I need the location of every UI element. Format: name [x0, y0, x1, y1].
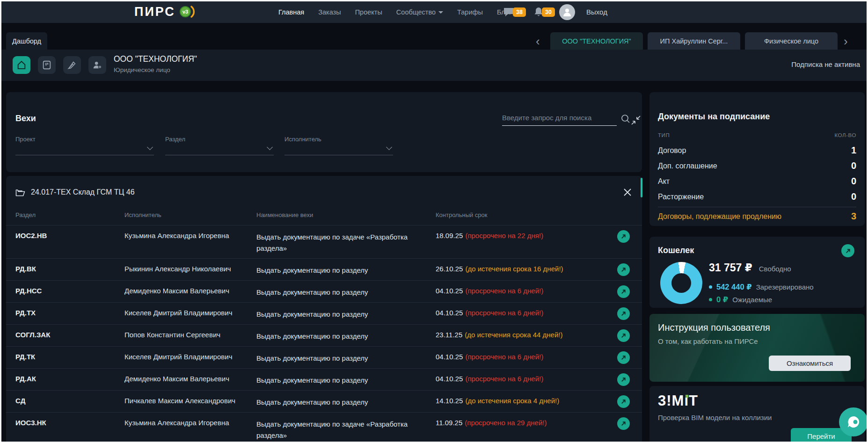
collapse-icon[interactable]: [630, 115, 642, 126]
search-icon[interactable]: [620, 114, 631, 124]
open-milestone-button[interactable]: [617, 285, 630, 298]
company-legal-type: Юридическое лицо: [114, 66, 170, 73]
nav-link[interactable]: Проекты: [355, 8, 382, 16]
filter-select-3[interactable]: Исполнитель: [284, 136, 393, 155]
arrow-up-right-icon: [620, 399, 627, 405]
reserved-dot: [709, 285, 712, 289]
milestone-row[interactable]: РД.НССДемиденко Максим ВалерьевичВыдать …: [6, 281, 642, 303]
open-milestone-button[interactable]: [617, 230, 630, 243]
milestone-row[interactable]: СОГЛ.ЗАКПопов Константин СергеевичВыдать…: [6, 325, 642, 347]
document-type-label: Доп. соглашение: [658, 162, 717, 170]
document-type-count: 3: [851, 211, 856, 222]
wallet-panel: Кошелек 31 757 ₽ Свободно 542 440 ₽ Заре…: [649, 237, 865, 308]
milestone-executor: Кузьмина Александра Игоревна: [124, 232, 256, 254]
org-tab[interactable]: ИП Хайруллин Серг...: [648, 32, 740, 50]
chevron-down-icon[interactable]: [267, 144, 273, 150]
documents-count-header: кол-во: [834, 132, 856, 138]
milestones-title: Вехи: [15, 114, 36, 123]
company-header: ООО "ТЕХНОЛОГИЯ" Юридическое лицо Подпис…: [1, 50, 867, 81]
open-milestone-button[interactable]: [617, 373, 630, 386]
filter-select-1[interactable]: Проект: [15, 136, 154, 155]
milestone-section: СД: [6, 397, 124, 408]
wallet-expected-amount: 0 ₽: [716, 295, 728, 304]
notifications-button[interactable]: 30: [534, 7, 555, 17]
logout-button[interactable]: Выход: [586, 8, 607, 16]
support-chat-button[interactable]: [839, 407, 868, 436]
tabs-scroll-left-icon[interactable]: ‹: [536, 36, 540, 46]
document-type-row: Акт0: [658, 174, 856, 189]
filter-select-2[interactable]: Раздел: [165, 136, 274, 155]
milestone-deadline: 04.10.25(просрочено на 6 дней!): [436, 309, 590, 320]
org-tab[interactable]: ООО "ТЕХНОЛОГИЯ": [550, 32, 643, 50]
close-icon[interactable]: [622, 187, 633, 197]
open-milestone-button[interactable]: [617, 307, 630, 320]
nav-link[interactable]: Тарифы: [457, 8, 483, 16]
column-header: Контрольный срок: [436, 211, 590, 218]
sign-button[interactable]: [63, 56, 81, 74]
svg-text:v3: v3: [182, 9, 188, 15]
home-button[interactable]: [13, 56, 30, 74]
documents-panel: Документы на подписание тип кол-во Догов…: [649, 92, 865, 226]
wallet-open-button[interactable]: [841, 244, 854, 257]
milestone-section: РД.ТХ: [6, 309, 124, 320]
nav-link[interactable]: Заказы: [318, 8, 341, 16]
nav-link[interactable]: Сообщество: [396, 8, 443, 16]
chevron-down-icon[interactable]: [147, 144, 153, 150]
milestone-row[interactable]: РД.ВКРыкинин Александр НиколаевичВыдать …: [6, 259, 642, 281]
open-milestone-button[interactable]: [617, 351, 630, 364]
arrow-up-right-icon: [845, 248, 851, 254]
deadline-note: (просрочено на 6 дней!): [465, 309, 543, 317]
milestone-deadline: 04.10.25(просрочено на 6 дней!): [436, 375, 590, 386]
projects-button[interactable]: [38, 56, 56, 74]
column-header: Наименование вехи: [256, 211, 436, 218]
document-type-label: Расторжение: [658, 193, 704, 201]
deadline-date: 23.11.25: [436, 331, 462, 339]
pirs-logo[interactable]: ПИРС v3: [134, 4, 196, 19]
milestone-name: Выдать документацию по задаче «Разработк…: [256, 232, 436, 254]
deadline-date: 11.09.25: [436, 419, 462, 427]
milestone-row[interactable]: РД.ТХКиселев Дмитрий ВладимировичВыдать …: [6, 303, 642, 325]
scrollbar-thumb[interactable]: [641, 178, 642, 197]
milestone-name: Выдать документацию по разделу: [256, 265, 436, 276]
tab-dashboard[interactable]: Дашборд: [6, 32, 47, 50]
milestone-deadline: 18.09.25(просрочено на 22 дня!): [436, 232, 590, 254]
milestone-executor: Пичкалев Максим Александрович: [124, 397, 256, 408]
table-columns: Раздел Исполнитель Наименование вехи Кон…: [6, 211, 642, 218]
messages-button[interactable]: 38: [503, 7, 526, 17]
deadline-date: 04.10.25: [436, 353, 463, 361]
milestone-row[interactable]: РД.АКДемиденко Максим ВалерьевичВыдать д…: [6, 369, 642, 391]
milestone-row[interactable]: СДПичкалев Максим АлександровичВыдать до…: [6, 391, 642, 413]
filter-label: Проект: [15, 136, 154, 143]
instruction-card: Инструкция пользователя О том, как работ…: [649, 314, 865, 382]
milestone-executor: Киселев Дмитрий Владимирович: [124, 353, 256, 364]
instruction-open-button[interactable]: Ознакомиться: [769, 356, 851, 371]
arrow-up-right-icon: [620, 421, 627, 427]
chevron-down-icon[interactable]: [386, 144, 392, 150]
milestone-row[interactable]: ИОС2.НВКузьмина Александра ИгоревнаВыдат…: [6, 225, 642, 259]
chevron-down-icon: [438, 11, 443, 14]
open-milestone-button[interactable]: [617, 417, 630, 430]
tabs-scroll-right-icon[interactable]: ›: [844, 36, 848, 46]
subscription-status: Подписка не активна: [791, 60, 860, 68]
arrow-up-right-icon: [620, 289, 627, 295]
open-milestone-button[interactable]: [617, 329, 630, 342]
milestone-row[interactable]: ИОС3.НККузьмина Александра ИгоревнаВыдат…: [6, 413, 642, 443]
arrow-up-right-icon: [620, 377, 627, 383]
milestone-row[interactable]: РД.ТККиселев Дмитрий ВладимировичВыдать …: [6, 347, 642, 369]
nav-link[interactable]: Главная: [278, 8, 304, 16]
document-type-count: 0: [851, 176, 856, 187]
avatar[interactable]: [559, 4, 575, 20]
open-milestone-button[interactable]: [617, 263, 630, 276]
documents-renewal-row[interactable]: Договоры, подлежащие продлению3: [658, 209, 856, 224]
org-tab[interactable]: Физическое лицо: [745, 32, 838, 50]
search-input[interactable]: [502, 113, 617, 126]
milestones-panel: Вехи ПроектРазделИсполнитель: [6, 92, 642, 172]
milestone-executor: Демиденко Максим Валерьевич: [124, 287, 256, 298]
staff-button[interactable]: [88, 56, 106, 74]
open-milestone-button[interactable]: [617, 395, 630, 408]
milestone-name: Выдать документацию по разделу: [256, 287, 436, 298]
milestone-executor: Попов Константин Сергеевич: [124, 331, 256, 342]
wallet-free: 31 757 ₽ Свободно: [709, 261, 791, 274]
document-type-label: Договор: [658, 146, 686, 155]
arrow-up-right-icon: [620, 311, 627, 317]
